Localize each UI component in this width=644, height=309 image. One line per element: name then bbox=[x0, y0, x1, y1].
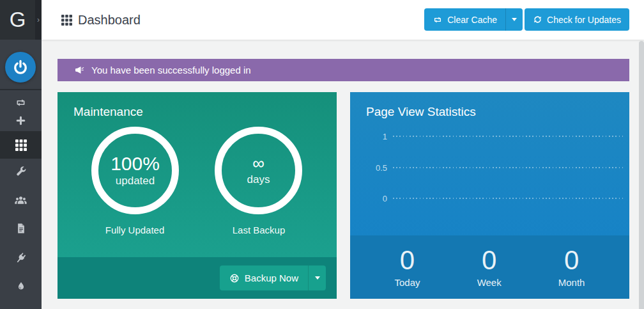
sidebar-item-add[interactable] bbox=[0, 109, 42, 132]
dashboard-grid-icon bbox=[61, 15, 72, 26]
stat-today: 0 Today bbox=[395, 246, 420, 287]
updated-gauge-caption: Fully Updated bbox=[84, 225, 186, 235]
header-actions: Clear Cache Check for bbox=[424, 8, 629, 31]
app-logo[interactable]: G bbox=[0, 0, 35, 40]
chart-gridline-row: 0 bbox=[350, 193, 623, 203]
y-tick-label: 1 bbox=[350, 132, 387, 141]
bullhorn-icon bbox=[74, 65, 85, 75]
logo-letter: G bbox=[10, 8, 26, 32]
plus-icon bbox=[15, 115, 26, 126]
sidebar-item-themes[interactable] bbox=[0, 275, 42, 298]
sidebar-item-dashboard[interactable] bbox=[0, 131, 42, 159]
sidebar-item-users[interactable] bbox=[0, 189, 42, 212]
chart-gridline-row: 0.5 bbox=[350, 162, 623, 173]
y-tick-label: 0.5 bbox=[350, 163, 387, 173]
chart-gridline-row: 1 bbox=[350, 131, 623, 141]
chevron-right-icon: › bbox=[37, 15, 40, 24]
updated-gauge-value: 100% bbox=[111, 154, 160, 174]
clear-cache-label: Clear Cache bbox=[447, 15, 497, 25]
dotted-gridline bbox=[393, 136, 623, 137]
sidebar-item-pages[interactable] bbox=[0, 217, 42, 240]
stat-week-label: Week bbox=[477, 277, 502, 288]
sidebar-item-plugins[interactable] bbox=[0, 246, 42, 269]
updated-gauge-sub: updated bbox=[116, 175, 155, 187]
updated-gauge: 100% updated bbox=[91, 127, 179, 214]
backup-gauge: ∞ days bbox=[215, 127, 302, 214]
maintenance-footer: Backup Now bbox=[57, 257, 337, 299]
maintenance-title: Maintenance bbox=[73, 105, 143, 119]
sidebar-item-configuration[interactable] bbox=[0, 160, 42, 183]
sidebar-divider bbox=[0, 89, 42, 90]
page-views-title: Page View Statistics bbox=[366, 105, 476, 119]
wrench-icon bbox=[15, 166, 27, 178]
refresh-icon bbox=[533, 15, 542, 24]
top-header: Dashboard Clear Cache bbox=[42, 0, 644, 40]
dotted-gridline bbox=[393, 167, 623, 168]
clear-cache-button[interactable]: Clear Cache bbox=[424, 8, 505, 31]
stat-month-value: 0 bbox=[564, 246, 579, 274]
sidebar-collapse-toggle[interactable]: › bbox=[35, 0, 42, 40]
backup-now-label: Backup Now bbox=[245, 273, 298, 283]
file-text-icon bbox=[15, 223, 27, 234]
banner-message: You have been successfully logged in bbox=[91, 65, 251, 75]
backup-gauge-sub: days bbox=[247, 173, 270, 186]
stat-today-label: Today bbox=[395, 277, 420, 288]
sidebar: G › bbox=[0, 0, 42, 309]
sync-icon bbox=[15, 97, 27, 109]
vertical-scrollbar[interactable] bbox=[639, 41, 644, 309]
check-updates-label: Check for Updates bbox=[547, 15, 621, 25]
clear-cache-split-button: Clear Cache bbox=[424, 8, 523, 31]
backup-gauge-caption: Last Backup bbox=[208, 225, 310, 235]
backup-split-button: Backup Now bbox=[220, 265, 326, 290]
caret-down-icon bbox=[315, 276, 320, 280]
backup-now-button[interactable]: Backup Now bbox=[220, 265, 308, 290]
page-title-text: Dashboard bbox=[78, 13, 141, 28]
life-ring-icon bbox=[229, 273, 240, 283]
stat-week: 0 Week bbox=[477, 246, 502, 287]
stat-month-label: Month bbox=[558, 277, 585, 288]
backup-gauge-value: ∞ bbox=[252, 155, 264, 172]
backup-dropdown-toggle[interactable] bbox=[308, 265, 326, 290]
check-updates-button[interactable]: Check for Updates bbox=[525, 8, 629, 31]
page-views-footer: 0 Today 0 Week 0 Month bbox=[350, 235, 629, 299]
logout-button[interactable] bbox=[5, 52, 36, 83]
plug-icon bbox=[15, 252, 27, 264]
droplet-icon bbox=[16, 281, 26, 292]
caret-down-icon bbox=[512, 18, 517, 21]
power-icon bbox=[12, 59, 29, 75]
stat-today-value: 0 bbox=[400, 246, 415, 274]
sync-icon bbox=[433, 15, 443, 25]
y-tick-label: 0 bbox=[350, 194, 387, 203]
clear-cache-dropdown-toggle[interactable] bbox=[505, 8, 523, 31]
page-view-statistics-panel: Page View Statistics 1 0.5 0 0 Today 0 W… bbox=[350, 92, 629, 299]
stat-month: 0 Month bbox=[558, 246, 585, 287]
success-banner: You have been successfully logged in bbox=[57, 59, 629, 81]
grid-icon bbox=[15, 139, 27, 151]
stat-week-value: 0 bbox=[482, 246, 496, 274]
dotted-gridline bbox=[393, 198, 623, 199]
maintenance-panel: Maintenance 100% updated ∞ days Fully Up… bbox=[57, 92, 337, 299]
users-icon bbox=[14, 194, 27, 207]
